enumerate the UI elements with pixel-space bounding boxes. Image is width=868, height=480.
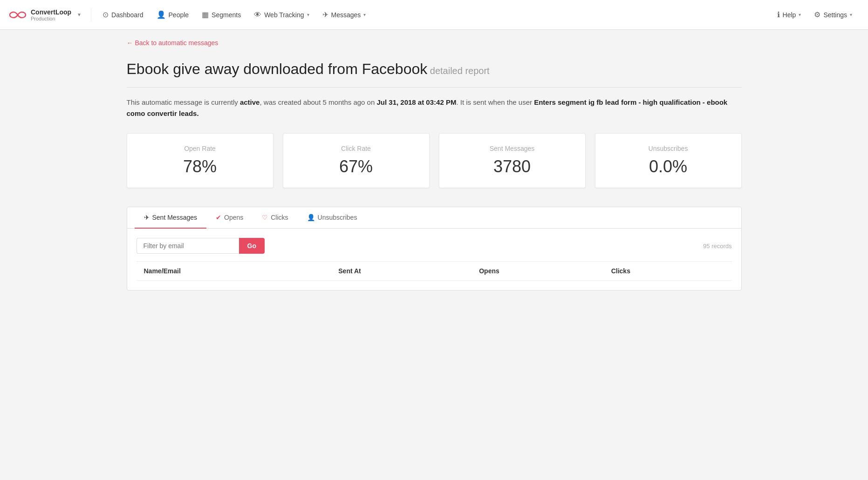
tab-opens[interactable]: ✔ Opens <box>206 207 253 229</box>
help-arrow: ▾ <box>799 12 801 17</box>
filter-email-input[interactable] <box>137 238 239 254</box>
col-sent-at: Sent At <box>331 262 472 281</box>
desc-prefix: This automatic message is currently <box>127 98 240 106</box>
messages-icon: ✈ <box>322 10 328 19</box>
col-name-email: Name/Email <box>137 262 331 281</box>
tab-clicks-label: Clicks <box>271 214 288 221</box>
nav-label-people: People <box>169 11 189 19</box>
back-link[interactable]: ← Back to automatic messages <box>127 39 219 47</box>
tab-clicks[interactable]: ♡ Clicks <box>253 207 297 229</box>
web-tracking-icon: 👁 <box>254 11 261 19</box>
description: This automatic message is currently acti… <box>127 97 742 119</box>
stat-label-unsubscribes: Unsubscribes <box>649 145 688 152</box>
brand-sub: Production <box>31 16 71 21</box>
brand-name: ConvertLoop <box>31 8 71 16</box>
stat-card-unsubscribes: Unsubscribes 0.0% <box>595 133 742 188</box>
stat-label-sent-messages: Sent Messages <box>490 145 535 152</box>
tab-unsubscribes[interactable]: 👤 Unsubscribes <box>298 207 367 229</box>
nav-item-messages[interactable]: ✈ Messages ▾ <box>316 0 373 30</box>
filter-group: Go <box>137 238 265 254</box>
col-clicks: Clicks <box>604 262 732 281</box>
desc-middle: , was created about 5 months ago on <box>260 98 376 106</box>
help-icon: ℹ <box>777 10 780 19</box>
page-title-main: Ebook give away downloaded from Facebook <box>127 61 428 77</box>
nav-item-segments[interactable]: ▦ Segments <box>195 0 247 30</box>
nav-right: ℹ Help ▾ ⚙ Settings ▾ <box>771 0 859 30</box>
desc-date: Jul 31, 2018 at 03:42 PM <box>376 98 456 106</box>
table-section: Go 95 records Name/Email Sent At Opens C… <box>127 229 741 290</box>
nav-item-people[interactable]: 👤 People <box>150 0 196 30</box>
page-content: ← Back to automatic messages Ebook give … <box>108 30 760 300</box>
settings-icon: ⚙ <box>814 10 820 19</box>
table-header-row: Name/Email Sent At Opens Clicks <box>137 262 732 281</box>
navbar: ConvertLoop Production ▼ ⊙ Dashboard 👤 P… <box>0 0 868 30</box>
tab-sent-messages-icon: ✈ <box>144 214 150 221</box>
settings-arrow: ▾ <box>850 12 852 17</box>
nav-label-help: Help <box>783 11 796 19</box>
data-table: Name/Email Sent At Opens Clicks <box>137 261 732 281</box>
nav-item-help[interactable]: ℹ Help ▾ <box>771 0 808 30</box>
brand-dropdown-arrow: ▼ <box>77 12 82 17</box>
tab-sent-messages-label: Sent Messages <box>152 214 198 221</box>
tab-unsubscribes-icon: 👤 <box>307 214 315 221</box>
page-title-section: Ebook give away downloaded from Facebook… <box>127 61 742 88</box>
messages-arrow: ▾ <box>363 12 366 17</box>
table-controls: Go 95 records <box>137 238 732 254</box>
nav-label-dashboard: Dashboard <box>111 11 144 19</box>
stat-label-open-rate: Open Rate <box>184 145 216 152</box>
dashboard-icon: ⊙ <box>103 10 109 19</box>
filter-go-button[interactable]: Go <box>239 238 265 254</box>
tabs-header: ✈ Sent Messages ✔ Opens ♡ Clicks 👤 Unsub… <box>127 207 741 229</box>
nav-label-segments: Segments <box>212 11 241 19</box>
tab-opens-icon: ✔ <box>216 214 221 221</box>
nav-item-settings[interactable]: ⚙ Settings ▾ <box>807 0 859 30</box>
stat-value-open-rate: 78% <box>183 157 217 176</box>
tab-unsubscribes-label: Unsubscribes <box>318 214 357 221</box>
tab-opens-label: Opens <box>224 214 243 221</box>
stat-card-click-rate: Click Rate 67% <box>283 133 430 188</box>
records-count: 95 records <box>703 243 731 250</box>
stats-row: Open Rate 78% Click Rate 67% Sent Messag… <box>127 133 742 188</box>
nav-item-dashboard[interactable]: ⊙ Dashboard <box>96 0 150 30</box>
web-tracking-arrow: ▾ <box>307 12 309 17</box>
brand-logo <box>9 9 26 20</box>
brand-text: ConvertLoop Production <box>31 8 71 21</box>
brand[interactable]: ConvertLoop Production ▼ <box>9 8 91 21</box>
nav-label-web-tracking: Web Tracking <box>264 11 304 19</box>
nav-items: ⊙ Dashboard 👤 People ▦ Segments 👁 Web Tr… <box>96 0 771 30</box>
stat-card-open-rate: Open Rate 78% <box>127 133 273 188</box>
nav-label-messages: Messages <box>331 11 361 19</box>
stat-value-click-rate: 67% <box>339 157 373 176</box>
stat-label-click-rate: Click Rate <box>341 145 371 152</box>
people-icon: 👤 <box>157 10 166 19</box>
tab-clicks-icon: ♡ <box>262 214 268 221</box>
tabs-section: ✈ Sent Messages ✔ Opens ♡ Clicks 👤 Unsub… <box>127 207 742 291</box>
page-title: Ebook give away downloaded from Facebook… <box>127 61 742 78</box>
segments-icon: ▦ <box>202 10 209 19</box>
page-title-sub: detailed report <box>427 66 489 76</box>
desc-suffix: . It is sent when the user <box>456 98 534 106</box>
nav-label-settings: Settings <box>823 11 847 19</box>
col-opens: Opens <box>472 262 604 281</box>
nav-item-web-tracking[interactable]: 👁 Web Tracking ▾ <box>247 0 315 30</box>
desc-status: active <box>240 98 260 106</box>
stat-value-sent-messages: 3780 <box>493 157 531 176</box>
tab-sent-messages[interactable]: ✈ Sent Messages <box>135 207 207 229</box>
stat-card-sent-messages: Sent Messages 3780 <box>439 133 586 188</box>
stat-value-unsubscribes: 0.0% <box>649 157 687 176</box>
